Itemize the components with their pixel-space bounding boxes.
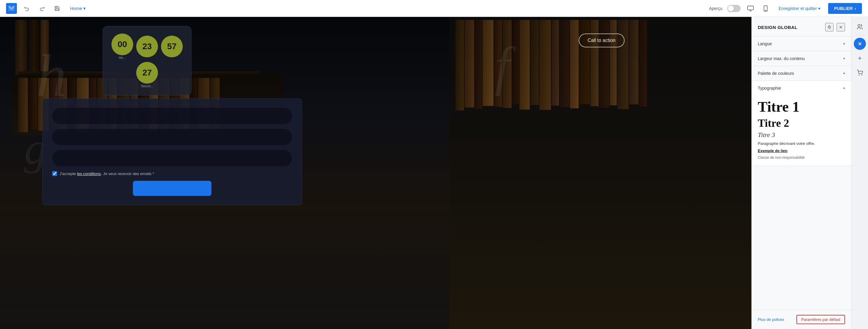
countdown-seconds-label: Secon... (141, 84, 153, 88)
redo-button[interactable] (37, 3, 47, 13)
svg-point-14 (859, 75, 859, 75)
enregistrer-label: Enregistrer et quitter (779, 6, 817, 11)
canvas[interactable]: h g f Call to action 00 He... (0, 17, 751, 329)
sidebar-footer: Plus de polices Paramètres par défaut (752, 310, 851, 329)
topbar-left: Home ▾ (6, 3, 89, 14)
save-button[interactable] (52, 3, 62, 13)
form-checkbox[interactable] (52, 171, 57, 176)
palette-label: Palette de couleurs (758, 71, 794, 76)
form-input-2 (52, 129, 292, 145)
largeur-chevron: ▾ (843, 57, 845, 61)
users-icon-button[interactable] (854, 21, 866, 33)
langue-label: Langue (758, 41, 772, 46)
countdown-seconds: 57 (161, 36, 183, 57)
form-widget: J'accepte les conditions. Je veux recevo… (42, 98, 302, 205)
typography-preview: Titre 1 Titre 2 Titre 3 Paragraphe décri… (752, 95, 851, 166)
apercu-label: Aperçu (709, 6, 722, 11)
form-row-2 (52, 129, 292, 145)
typographie-chevron: ▾ (843, 86, 845, 90)
typo-paragraph: Paragraphe décrivant votre offre. (758, 141, 845, 147)
typo-h3: Titre 3 (758, 131, 845, 139)
countdown-hours-label: He... (119, 56, 126, 60)
sidebar-row-typographie[interactable]: Typographie ▾ (752, 81, 851, 95)
sidebar-row-palette[interactable]: Palette de couleurs ▾ (752, 66, 851, 80)
action-bar-divider (855, 35, 864, 35)
sidebar-close-button[interactable] (837, 23, 845, 31)
svg-point-9 (858, 25, 860, 27)
countdown-widget: 00 He... 23 57 27 (103, 26, 191, 95)
topbar-right: Aperçu Enregistrer et quitter ▾ PUBLIER (709, 3, 862, 14)
toggle-knob (728, 5, 734, 11)
parametres-par-defaut-button[interactable]: Paramètres par défaut (797, 315, 845, 324)
palette-chevron: ▾ (843, 71, 845, 75)
home-label: Home (70, 6, 82, 11)
right-action-bar (851, 17, 868, 329)
preview-toggle[interactable] (727, 5, 741, 12)
form-row-3 (52, 150, 292, 166)
active-action-button[interactable] (854, 38, 866, 50)
sidebar-row-langue[interactable]: Langue ▾ (752, 36, 851, 51)
sidebar-section-palette: Palette de couleurs ▾ (752, 66, 851, 81)
cta-button[interactable]: Call to action (579, 33, 625, 47)
form-input-1 (52, 108, 292, 124)
form-submit-button[interactable] (133, 181, 211, 196)
topbar: Home ▾ Aperçu Enregistrer et quitter (0, 0, 868, 17)
plus-de-polices-button[interactable]: Plus de polices (758, 317, 784, 322)
largeur-label: Largeur max. du contenu (758, 56, 805, 61)
enregistrer-button[interactable]: Enregistrer et quitter ▾ (776, 4, 823, 13)
sidebar-header: DESIGN GLOBAL (752, 17, 851, 36)
conditions-link[interactable]: les conditions (77, 171, 101, 176)
typo-h1: Titre 1 (758, 99, 845, 115)
sidebar-section-langue: Langue ▾ (752, 36, 851, 51)
sidebar-header-icons (825, 23, 845, 31)
enregistrer-chevron: ▾ (818, 6, 820, 11)
form-row-1 (52, 108, 292, 124)
countdown-bottom-row: 27 Secon... (136, 62, 158, 88)
form-checkbox-row: J'accepte les conditions. Je veux recevo… (52, 171, 292, 176)
typographie-label: Typographie (758, 86, 781, 91)
mail-logo (6, 3, 17, 14)
form-submit-row (52, 181, 292, 196)
desktop-view-button[interactable] (745, 3, 756, 13)
countdown-top-row: 00 He... 23 57 (112, 33, 183, 60)
publier-label: PUBLIER (834, 6, 852, 11)
form-input-3 (52, 150, 292, 166)
sidebar-pin-button[interactable] (825, 23, 834, 31)
countdown-sub-seconds: 27 (136, 62, 158, 84)
svg-point-15 (861, 75, 862, 75)
sidebar-section-largeur: Largeur max. du contenu ▾ (752, 51, 851, 66)
home-chevron: ▾ (83, 6, 86, 11)
svg-point-5 (765, 10, 766, 10)
svg-rect-1 (747, 6, 753, 10)
form-terms-label: J'accepte les conditions. Je veux recevo… (60, 171, 154, 176)
langue-chevron: ▾ (843, 42, 845, 46)
undo-button[interactable] (22, 3, 32, 13)
publier-arrow: › (855, 6, 856, 11)
cta-label: Call to action (588, 38, 616, 43)
sidebar: DESIGN GLOBAL (751, 17, 851, 329)
main-area: h g f Call to action 00 He... (0, 17, 868, 329)
cart-button[interactable] (854, 67, 866, 79)
publier-button[interactable]: PUBLIER › (828, 3, 862, 14)
sidebar-section-typographie: Typographie ▾ Titre 1 Titre 2 Titre 3 Pa… (752, 81, 851, 166)
mobile-view-button[interactable] (761, 3, 771, 13)
typo-link: Exemple de lien (758, 149, 845, 153)
add-button[interactable] (854, 52, 866, 64)
home-nav-button[interactable]: Home ▾ (67, 4, 89, 13)
sidebar-title: DESIGN GLOBAL (758, 25, 798, 30)
typo-h2: Titre 2 (758, 118, 845, 130)
typo-disclaimer: Clause de non-responsabilité (758, 156, 845, 160)
sidebar-row-largeur[interactable]: Largeur max. du contenu ▾ (752, 51, 851, 66)
countdown-minutes: 23 (136, 36, 158, 57)
countdown-hours: 00 (112, 33, 133, 55)
